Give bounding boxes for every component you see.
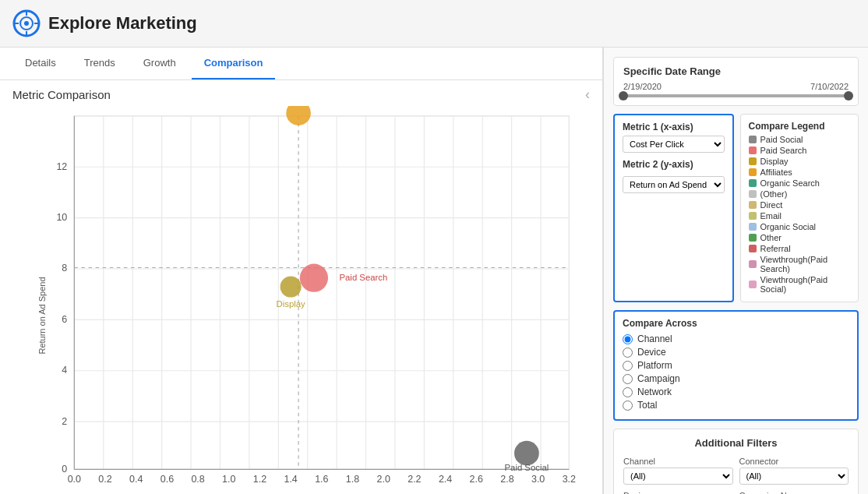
metric2-label: Metric 2 (y-axis) (623, 159, 725, 170)
legend-item: Paid Social (749, 135, 851, 144)
filter-grid: Channel (All) Connector (All) Device (Al… (623, 457, 849, 494)
legend-dot-other (749, 234, 757, 242)
legend-item: Referral (749, 244, 851, 253)
svg-text:1.8: 1.8 (346, 474, 359, 485)
tab-bar: Details Trends Growth Comparison (0, 48, 602, 80)
svg-text:8: 8 (62, 263, 67, 273)
legend-dot-affiliates (749, 168, 757, 176)
svg-text:0.4: 0.4 (129, 474, 143, 485)
y-axis-label: Return on Ad Spend (37, 277, 47, 355)
filter-connector: Connector (All) (739, 457, 849, 485)
date-range-dates: 2/19/2020 7/10/2022 (623, 82, 849, 91)
left-panel: Details Trends Growth Comparison Metric … (0, 48, 603, 494)
legend-dot-display (749, 157, 757, 165)
tab-trends[interactable]: Trends (72, 48, 128, 79)
filter-connector-label: Connector (739, 457, 849, 466)
filter-campaign-name-label: Campaign Name (739, 491, 849, 494)
filter-device: Device (All) (623, 491, 733, 494)
date-range-section: Specific Date Range 2/19/2020 7/10/2022 (613, 57, 859, 106)
legend-dot-viewthrough-paid-social (749, 281, 757, 288)
svg-text:3.0: 3.0 (531, 474, 545, 485)
svg-text:2.6: 2.6 (470, 474, 483, 485)
compare-legend: Compare Legend Paid Social Paid Search D… (740, 114, 859, 302)
tab-comparison[interactable]: Comparison (192, 48, 276, 79)
svg-text:0.2: 0.2 (98, 474, 111, 485)
svg-point-2 (24, 21, 29, 26)
app-logo (12, 9, 41, 37)
main-layout: Details Trends Growth Comparison Metric … (0, 48, 868, 494)
svg-text:0.8: 0.8 (191, 474, 204, 485)
app-header: Explore Marketing (0, 0, 868, 48)
svg-text:10: 10 (56, 212, 67, 223)
filter-channel-select[interactable]: (All) (623, 468, 733, 485)
radio-channel[interactable]: Channel (623, 333, 849, 344)
svg-text:0.0: 0.0 (68, 474, 81, 485)
svg-text:Paid Social: Paid Social (505, 463, 549, 472)
additional-filters-title: Additional Filters (623, 437, 849, 449)
metric1-label: Metric 1 (x-axis) (623, 122, 725, 132)
page-title: Explore Marketing (48, 13, 197, 34)
legend-item: Affiliates (749, 168, 851, 177)
radio-device[interactable]: Device (623, 347, 849, 358)
svg-text:1.4: 1.4 (284, 474, 297, 485)
legend-item: Viewthrough(Paid Search) (749, 255, 851, 273)
radio-platform[interactable]: Platform (623, 360, 849, 371)
radio-network[interactable]: Network (623, 386, 849, 397)
svg-rect-7 (74, 116, 569, 470)
svg-text:2.2: 2.2 (408, 474, 421, 485)
svg-text:2: 2 (62, 416, 67, 427)
legend-dot-organic-social (749, 223, 757, 231)
legend-item: Organic Social (749, 222, 851, 231)
svg-text:Display: Display (277, 299, 305, 309)
svg-text:1.0: 1.0 (222, 474, 235, 485)
svg-text:6: 6 (62, 314, 67, 325)
tab-details[interactable]: Details (12, 48, 69, 79)
compare-across-title: Compare Across (623, 318, 849, 329)
legend-item: Other (749, 233, 851, 242)
legend-item: Email (749, 211, 851, 221)
legend-dot-paid-search (749, 146, 757, 154)
slider-thumb-left[interactable] (619, 91, 628, 101)
compare-across-box: Compare Across Channel Device Platform C… (613, 310, 859, 421)
metrics-legend-row: Metric 1 (x-axis) Cost Per Click Impress… (613, 114, 859, 302)
legend-title: Compare Legend (749, 121, 851, 132)
tab-growth[interactable]: Growth (131, 48, 189, 79)
collapse-icon[interactable]: ‹ (585, 86, 590, 103)
svg-text:0.6: 0.6 (161, 474, 174, 485)
legend-item: (Other) (749, 189, 851, 199)
slider-thumb-right[interactable] (844, 91, 853, 101)
radio-total[interactable]: Total (623, 400, 849, 411)
legend-dot-other-paren (749, 190, 757, 198)
svg-text:4: 4 (62, 365, 67, 376)
legend-dot-email (749, 212, 757, 220)
metric1-box: Metric 1 (x-axis) Cost Per Click Impress… (613, 114, 734, 302)
svg-text:12: 12 (56, 161, 67, 172)
svg-text:2.4: 2.4 (439, 474, 452, 485)
metric1-select[interactable]: Cost Per Click Impressions Clicks Conver… (623, 136, 725, 153)
svg-text:Paid Search: Paid Search (340, 273, 388, 282)
legend-dot-referral (749, 245, 757, 252)
svg-text:3.2: 3.2 (563, 474, 576, 485)
filter-device-label: Device (623, 491, 733, 494)
right-panel: Specific Date Range 2/19/2020 7/10/2022 … (603, 48, 868, 494)
svg-text:0: 0 (62, 464, 67, 475)
date-slider[interactable] (623, 94, 849, 97)
date-range-label: Specific Date Range (623, 65, 849, 77)
svg-text:1.6: 1.6 (315, 474, 328, 485)
scatter-chart: 0 2 4 6 8 10 12 0.0 0.2 0.4 0.6 0.8 1.0 … (39, 106, 587, 494)
chart-title: Metric Comparison (12, 88, 111, 101)
filter-campaign-name: Campaign Name (All) (739, 491, 849, 494)
legend-dot-organic-search (749, 179, 757, 187)
legend-item: Paid Search (749, 146, 851, 155)
svg-text:2.0: 2.0 (377, 474, 390, 485)
legend-dot-viewthrough-paid-search (749, 260, 757, 268)
metric2-select[interactable]: Return on Ad Spend Impressions Clicks Co… (623, 176, 725, 193)
svg-text:2.8: 2.8 (500, 474, 513, 485)
radio-campaign[interactable]: Campaign (623, 373, 849, 384)
additional-filters: Additional Filters Channel (All) Connect… (613, 429, 859, 494)
filter-connector-select[interactable]: (All) (739, 468, 849, 485)
legend-item: Viewthrough(Paid Social) (749, 275, 851, 294)
legend-dot-paid-social (749, 136, 757, 143)
filter-channel: Channel (All) (623, 457, 733, 485)
legend-item: Direct (749, 200, 851, 210)
